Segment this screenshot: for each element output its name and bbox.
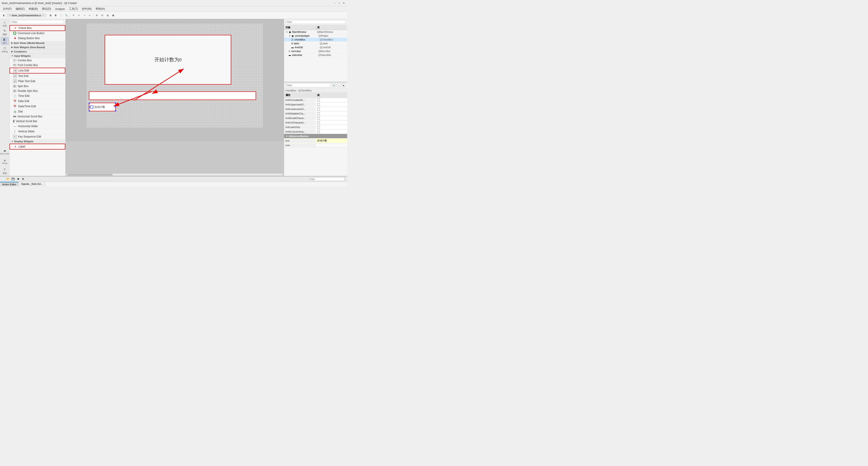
prop-check-imhformatted[interactable]: [317, 99, 320, 101]
activity-welcome[interactable]: ⌂ 欢迎: [1, 20, 8, 28]
prop-row-imhlowercase[interactable]: ImhLowercaseO...: [284, 107, 347, 111]
widget-item-hslider[interactable]: — Horizontal Slider: [9, 124, 65, 129]
widget-item-fontcombobox[interactable]: F▾ Font Combo Box: [9, 63, 65, 68]
widget-filter-input[interactable]: [11, 20, 64, 24]
widget-item-dialogbtnbox[interactable]: ✖ Dialog Button Box: [9, 36, 65, 41]
prop-check-imhuppercase[interactable]: [317, 103, 320, 106]
bottom-btn-folder[interactable]: 📂: [6, 177, 10, 181]
activity-help[interactable]: ? 帮助: [1, 167, 8, 175]
menu-tools[interactable]: 工具(T): [67, 6, 80, 11]
prop-row-text[interactable]: text 自动计数: [284, 139, 347, 143]
menu-build[interactable]: 构建(B): [27, 6, 39, 11]
props-add-btn[interactable]: +: [332, 83, 336, 87]
widget-item-doublespinbox[interactable]: ⊞ Double Spin Box: [9, 89, 65, 93]
widget-item-lineedit[interactable]: ab Line Edit: [9, 68, 65, 74]
toolbar-btn-3[interactable]: ⬚: [59, 13, 64, 18]
menu-help[interactable]: 帮助(H): [94, 6, 107, 11]
activity-project[interactable]: 💻 timer_test2: [1, 148, 8, 156]
prop-check-imhlowercase[interactable]: [317, 108, 320, 110]
toolbar-btn-5[interactable]: ⏸: [71, 13, 76, 18]
props-more-btn[interactable]: ▸: [342, 83, 346, 87]
prop-row-imhuppercase[interactable]: ImhUppercaseO...: [284, 102, 347, 107]
canvas-hscroll[interactable]: [66, 173, 284, 176]
bottom-btn-settings[interactable]: ⚙: [21, 177, 25, 181]
activity-design[interactable]: ◧ 设计: [1, 37, 8, 45]
obj-row-lineedit[interactable]: ▬ lineEdit QLineEdit: [284, 46, 347, 49]
bottom-filter-input[interactable]: [308, 177, 344, 181]
menu-analyze[interactable]: Analyze: [53, 7, 67, 11]
props-remove-btn[interactable]: −: [337, 83, 341, 87]
prop-check-imhdiable[interactable]: [317, 112, 320, 115]
prop-check-imhlatin[interactable]: [317, 126, 320, 128]
obj-tree-filter-input[interactable]: [285, 20, 346, 24]
widget-category-containers[interactable]: ▶ Containers: [9, 50, 65, 54]
widget-item-spinbox[interactable]: ⊞ Spin Box: [9, 84, 65, 89]
menu-edit[interactable]: 编辑(E): [14, 6, 26, 11]
obj-row-centralwidget[interactable]: ▼ ▣ centralwidget QWidget: [284, 34, 347, 38]
canvas-main-widget[interactable]: 开始计数为0: [105, 35, 231, 85]
canvas-lineedit[interactable]: [89, 91, 256, 100]
prop-check-imhexclusive[interactable]: [317, 130, 320, 133]
prop-val-text[interactable]: 自动计数: [316, 139, 347, 143]
obj-row-mainwindow[interactable]: ▼ ▣ MainWindow QMainWindow: [284, 30, 347, 34]
obj-row-label[interactable]: A label QLabel: [284, 41, 347, 46]
widget-item-timeedit[interactable]: 🕐 Time Edit: [9, 93, 65, 99]
prop-row-icon[interactable]: icon: [284, 143, 347, 147]
obj-row-menubar[interactable]: ≡ menubar QMenuBar: [284, 49, 347, 53]
prop-row-imhexclusive[interactable]: ImhExclusiveInp...: [284, 129, 347, 134]
activity-debug2[interactable]: 🖥 Debug: [1, 158, 8, 166]
toolbar-btn-10[interactable]: ⊟: [100, 13, 105, 18]
obj-row-statusbar[interactable]: ▬ statusbar QStatusBar: [284, 53, 347, 57]
widget-category-itemwidgets[interactable]: ▶ Item Widgets (Item-Based): [9, 45, 65, 50]
widget-item-label[interactable]: A Label: [9, 144, 65, 149]
toolbar-btn-2[interactable]: ◩: [53, 13, 58, 18]
file-tab[interactable]: ✎ timer_test2/mainwindow.ui ×: [7, 13, 46, 18]
widget-item-hscrollbar[interactable]: Horizontal Scroll Bar: [9, 114, 65, 119]
bottom-btn-save[interactable]: 💾: [11, 177, 16, 181]
toolbar-btn-1[interactable]: ◨: [48, 13, 53, 18]
toolbar-btn-12[interactable]: ▣: [111, 13, 116, 18]
toolbar-back-btn[interactable]: ◧: [1, 13, 6, 18]
prop-row-imhdiable[interactable]: ImhDialableCha...: [284, 111, 347, 116]
widget-item-textedit[interactable]: AI Text Edit: [9, 74, 65, 79]
widget-category-inputwidgets[interactable]: ▼ Input Widgets: [9, 54, 65, 58]
close-button[interactable]: ✕: [342, 1, 345, 5]
widget-item-keyseqedit[interactable]: K Key Sequence Edit: [9, 134, 65, 139]
activity-edit[interactable]: ✎ 编辑: [1, 29, 8, 36]
bottom-btn-file[interactable]: 📄: [1, 177, 5, 181]
menu-controls[interactable]: 控件(W): [80, 6, 93, 11]
canvas-checkbox[interactable]: 自动计数: [89, 103, 116, 111]
maximize-button[interactable]: □: [337, 1, 341, 5]
toolbar-btn-6[interactable]: ≡: [76, 13, 81, 18]
widget-item-combobox[interactable]: ▾ Combo Box: [9, 58, 65, 63]
prop-row-imhlatin[interactable]: ImhLatinOnly: [284, 125, 347, 129]
widget-item-plaintextedit[interactable]: AI Plain Text Edit: [9, 79, 65, 84]
canvas-scroll[interactable]: 开始计数为0 自动计数: [66, 19, 284, 173]
toolbar-btn-11[interactable]: ▤: [105, 13, 110, 18]
widget-item-datetimeedit[interactable]: 📅 Date/Time Edit: [9, 104, 65, 109]
widget-item-commandlink[interactable]: → Command Link Button: [9, 31, 65, 36]
widget-category-itemviews[interactable]: ▶ Item Views (Model-Based): [9, 41, 65, 45]
prop-row-imhformatted[interactable]: ImhFormattedN...: [284, 98, 347, 102]
menu-file[interactable]: 文件(F): [1, 6, 13, 11]
prop-row-imhurl[interactable]: ImhUrlCharacter...: [284, 120, 347, 125]
obj-row-checkbox[interactable]: ☑ checkBox QCheckBox: [284, 38, 347, 41]
widget-item-vslider[interactable]: │ Vertical Slider: [9, 129, 65, 134]
toolbar-btn-9[interactable]: ⊞: [94, 13, 99, 18]
tab-action-editor[interactable]: Action Editor: [0, 182, 19, 186]
file-tab-close[interactable]: ×: [42, 14, 43, 17]
widget-item-dial[interactable]: ◎ Dial: [9, 109, 65, 114]
toolbar-btn-4[interactable]: 🔍: [64, 13, 69, 18]
tab-signals-slots[interactable]: Signals _Slots Ed...: [19, 182, 45, 186]
toolbar-btn-7[interactable]: ⊣: [82, 13, 87, 18]
activity-debug[interactable]: ⬡ Debug: [1, 46, 8, 53]
minimize-button[interactable]: ─: [333, 1, 336, 5]
widget-category-displaywidgets[interactable]: ▼ Display Widgets: [9, 139, 65, 144]
prop-row-imhemail[interactable]: ImhEmailCharac...: [284, 116, 347, 120]
menu-debug[interactable]: 调试(D): [40, 6, 53, 11]
prop-check-imhurl[interactable]: [317, 121, 320, 124]
widget-item-checkbox[interactable]: ✔ Check Box: [9, 25, 65, 31]
toolbar-btn-8[interactable]: ⊢: [87, 13, 92, 18]
widget-item-vscrollbar[interactable]: Vertical Scroll Bar: [9, 119, 65, 124]
prop-check-imhemail[interactable]: [317, 117, 320, 119]
